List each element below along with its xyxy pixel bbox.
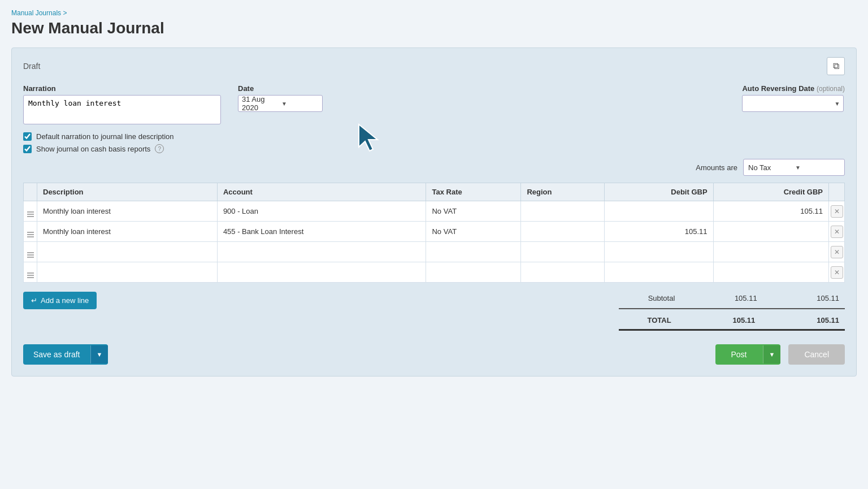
col-credit: Credit GBP bbox=[713, 183, 828, 201]
row-delete-cell: ✕ bbox=[829, 242, 845, 262]
row-tax-rate[interactable] bbox=[426, 262, 521, 283]
table-row[interactable]: Monthly loan interest900 - LoanNo VAT105… bbox=[24, 201, 845, 222]
post-label: Post bbox=[715, 344, 763, 365]
col-account: Account bbox=[217, 183, 426, 201]
row-credit[interactable] bbox=[713, 242, 828, 262]
delete-row-button[interactable]: ✕ bbox=[831, 226, 843, 238]
col-delete bbox=[829, 183, 845, 201]
subtotal-label: Subtotal bbox=[619, 292, 680, 305]
row-debit[interactable]: 105.11 bbox=[604, 222, 713, 242]
right-actions: Post ▼ Cancel bbox=[715, 344, 845, 365]
draft-status: Draft bbox=[23, 62, 40, 71]
copy-button[interactable]: ⧉ bbox=[827, 57, 845, 75]
row-delete-cell: ✕ bbox=[829, 201, 845, 222]
auto-reversing-input[interactable]: ▼ bbox=[742, 95, 844, 112]
table-row[interactable]: ✕ bbox=[24, 262, 845, 283]
col-drag bbox=[24, 183, 37, 201]
default-narration-label: Default narration to journal line descri… bbox=[36, 132, 174, 141]
row-account[interactable] bbox=[217, 262, 426, 283]
subtotal-row: Subtotal 105.11 105.11 bbox=[619, 292, 845, 305]
post-button[interactable]: Post ▼ bbox=[715, 344, 781, 365]
add-line-label: Add a new line bbox=[41, 296, 89, 305]
drag-handle[interactable] bbox=[24, 201, 37, 222]
drag-handle[interactable] bbox=[24, 242, 37, 262]
row-region[interactable] bbox=[521, 222, 604, 242]
journal-table: Description Account Tax Rate Region Debi… bbox=[23, 183, 845, 283]
row-debit[interactable] bbox=[604, 262, 713, 283]
auto-reversing-dropdown-arrow: ▼ bbox=[835, 101, 840, 107]
cash-basis-label: Show journal on cash basis reports bbox=[36, 145, 150, 153]
row-region[interactable] bbox=[521, 201, 604, 222]
help-icon[interactable]: ? bbox=[155, 144, 164, 153]
date-picker[interactable]: 31 Aug 2020 ▼ bbox=[238, 95, 323, 112]
row-debit[interactable] bbox=[604, 201, 713, 222]
row-tax-rate[interactable]: No VAT bbox=[426, 222, 521, 242]
row-tax-rate[interactable] bbox=[426, 242, 521, 262]
total-row: TOTAL 105.11 105.11 bbox=[619, 313, 845, 328]
amounts-dropdown-arrow: ▼ bbox=[795, 165, 840, 171]
save-draft-button[interactable]: Save as draft ▼ bbox=[23, 344, 108, 365]
delete-row-button[interactable]: ✕ bbox=[831, 205, 843, 218]
total-debit: 105.11 bbox=[677, 313, 761, 328]
default-narration-checkbox[interactable] bbox=[23, 132, 32, 141]
table-row[interactable]: ✕ bbox=[24, 242, 845, 262]
row-description[interactable]: Monthly loan interest bbox=[37, 201, 218, 222]
post-dropdown-arrow[interactable]: ▼ bbox=[763, 345, 781, 363]
auto-reversing-label: Auto Reversing Date (optional) bbox=[742, 84, 845, 93]
action-bar: Save as draft ▼ Post ▼ Cancel bbox=[23, 344, 845, 365]
row-region[interactable] bbox=[521, 262, 604, 283]
row-description[interactable]: Monthly loan interest bbox=[37, 222, 218, 242]
row-credit[interactable] bbox=[713, 262, 828, 283]
total-credit: 105.11 bbox=[761, 313, 845, 328]
add-line-icon: ↵ bbox=[31, 296, 37, 305]
row-tax-rate[interactable]: No VAT bbox=[426, 201, 521, 222]
delete-row-button[interactable]: ✕ bbox=[831, 246, 843, 258]
subtotal-debit: 105.11 bbox=[680, 292, 762, 305]
row-account[interactable] bbox=[217, 242, 426, 262]
row-delete-cell: ✕ bbox=[829, 262, 845, 283]
row-description[interactable] bbox=[37, 262, 218, 283]
col-description: Description bbox=[37, 183, 218, 201]
save-draft-label: Save as draft bbox=[23, 344, 90, 365]
cancel-button[interactable]: Cancel bbox=[788, 344, 845, 365]
delete-row-button[interactable]: ✕ bbox=[831, 266, 843, 279]
row-credit[interactable] bbox=[713, 222, 828, 242]
row-debit[interactable] bbox=[604, 242, 713, 262]
row-delete-cell: ✕ bbox=[829, 222, 845, 242]
date-label: Date bbox=[238, 84, 323, 93]
row-account[interactable]: 900 - Loan bbox=[217, 201, 426, 222]
page-title: New Manual Journal bbox=[11, 19, 857, 37]
row-description[interactable] bbox=[37, 242, 218, 262]
breadcrumb[interactable]: Manual Journals > bbox=[11, 9, 857, 17]
add-line-button[interactable]: ↵ Add a new line bbox=[23, 292, 97, 309]
save-draft-dropdown-arrow[interactable]: ▼ bbox=[90, 345, 108, 363]
row-region[interactable] bbox=[521, 242, 604, 262]
drag-handle[interactable] bbox=[24, 222, 37, 242]
total-label: TOTAL bbox=[619, 313, 677, 328]
col-region: Region bbox=[521, 183, 604, 201]
col-tax-rate: Tax Rate bbox=[426, 183, 521, 201]
row-account[interactable]: 455 - Bank Loan Interest bbox=[217, 222, 426, 242]
subtotal-credit: 105.11 bbox=[763, 292, 845, 305]
row-credit[interactable]: 105.11 bbox=[713, 201, 828, 222]
table-row[interactable]: Monthly loan interest455 - Bank Loan Int… bbox=[24, 222, 845, 242]
narration-label: Narration bbox=[23, 84, 221, 93]
amounts-select[interactable]: No Tax ▼ bbox=[743, 159, 845, 176]
narration-input[interactable]: Monthly loan interest bbox=[23, 95, 221, 124]
col-debit: Debit GBP bbox=[604, 183, 713, 201]
amounts-are-label: Amounts are bbox=[696, 163, 737, 172]
cash-basis-checkbox[interactable] bbox=[23, 145, 32, 153]
drag-handle[interactable] bbox=[24, 262, 37, 283]
totals-section: Subtotal 105.11 105.11 TOTAL 105.11 bbox=[619, 292, 845, 331]
date-dropdown-arrow: ▼ bbox=[281, 101, 319, 107]
